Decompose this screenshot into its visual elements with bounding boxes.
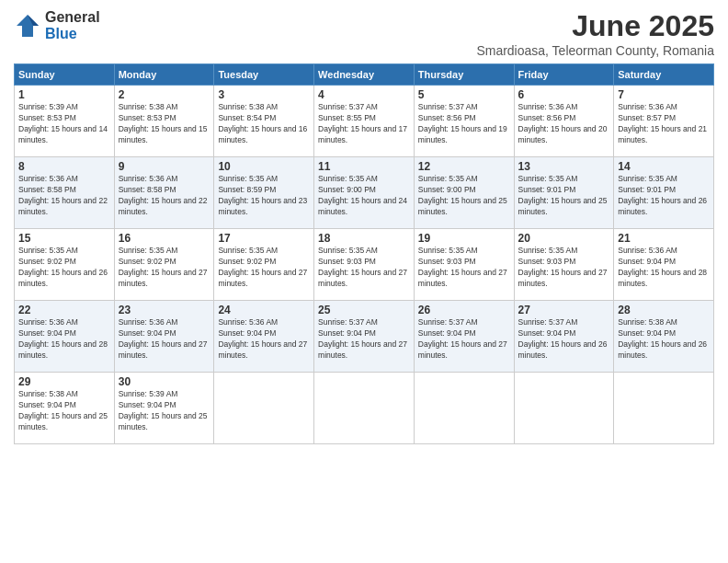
table-row: [514, 373, 614, 444]
header-wednesday: Wednesday: [314, 64, 415, 86]
table-row: 25Sunrise: 5:37 AMSunset: 9:04 PMDayligh…: [314, 301, 415, 373]
table-row: 18Sunrise: 5:35 AMSunset: 9:03 PMDayligh…: [314, 229, 415, 301]
header: General Blue June 2025 Smardioasa, Teleo…: [14, 9, 714, 58]
table-row: 5Sunrise: 5:37 AMSunset: 8:56 PMDaylight…: [414, 86, 514, 157]
table-row: 17Sunrise: 5:35 AMSunset: 9:02 PMDayligh…: [214, 229, 314, 301]
logo-blue-text: Blue: [45, 26, 100, 42]
calendar-week-1: 1Sunrise: 5:39 AMSunset: 8:53 PMDaylight…: [15, 86, 714, 157]
calendar-header-row: Sunday Monday Tuesday Wednesday Thursday…: [15, 64, 714, 86]
table-row: 9Sunrise: 5:36 AMSunset: 8:58 PMDaylight…: [114, 157, 214, 229]
table-row: 1Sunrise: 5:39 AMSunset: 8:53 PMDaylight…: [15, 86, 115, 157]
logo-icon: [14, 12, 41, 40]
table-row: 27Sunrise: 5:37 AMSunset: 9:04 PMDayligh…: [514, 301, 614, 373]
table-row: 13Sunrise: 5:35 AMSunset: 9:01 PMDayligh…: [514, 157, 614, 229]
table-row: 8Sunrise: 5:36 AMSunset: 8:58 PMDaylight…: [15, 157, 115, 229]
logo-general-text: General: [45, 9, 100, 26]
calendar-week-5: 29Sunrise: 5:38 AMSunset: 9:04 PMDayligh…: [15, 373, 714, 444]
table-row: [614, 373, 714, 444]
title-section: June 2025 Smardioasa, Teleorman County, …: [476, 9, 714, 58]
header-thursday: Thursday: [414, 64, 514, 86]
calendar-week-2: 8Sunrise: 5:36 AMSunset: 8:58 PMDaylight…: [15, 157, 714, 229]
month-title: June 2025: [476, 9, 714, 43]
table-row: 26Sunrise: 5:37 AMSunset: 9:04 PMDayligh…: [414, 301, 514, 373]
calendar-week-4: 22Sunrise: 5:36 AMSunset: 9:04 PMDayligh…: [15, 301, 714, 373]
header-monday: Monday: [114, 64, 214, 86]
table-row: 3Sunrise: 5:38 AMSunset: 8:54 PMDaylight…: [214, 86, 314, 157]
table-row: 10Sunrise: 5:35 AMSunset: 8:59 PMDayligh…: [214, 157, 314, 229]
table-row: 7Sunrise: 5:36 AMSunset: 8:57 PMDaylight…: [614, 86, 714, 157]
table-row: 24Sunrise: 5:36 AMSunset: 9:04 PMDayligh…: [214, 301, 314, 373]
table-row: 11Sunrise: 5:35 AMSunset: 9:00 PMDayligh…: [314, 157, 415, 229]
logo: General Blue: [14, 9, 100, 41]
table-row: 19Sunrise: 5:35 AMSunset: 9:03 PMDayligh…: [414, 229, 514, 301]
page: General Blue June 2025 Smardioasa, Teleo…: [0, 0, 728, 563]
table-row: 15Sunrise: 5:35 AMSunset: 9:02 PMDayligh…: [15, 229, 115, 301]
table-row: 30Sunrise: 5:39 AMSunset: 9:04 PMDayligh…: [114, 373, 214, 444]
header-saturday: Saturday: [614, 64, 714, 86]
table-row: 4Sunrise: 5:37 AMSunset: 8:55 PMDaylight…: [314, 86, 415, 157]
header-tuesday: Tuesday: [214, 64, 314, 86]
logo-text: General Blue: [45, 9, 100, 41]
location: Smardioasa, Teleorman County, Romania: [476, 43, 714, 58]
calendar-table: Sunday Monday Tuesday Wednesday Thursday…: [14, 63, 714, 444]
table-row: 23Sunrise: 5:36 AMSunset: 9:04 PMDayligh…: [114, 301, 214, 373]
table-row: [314, 373, 415, 444]
table-row: 21Sunrise: 5:36 AMSunset: 9:04 PMDayligh…: [614, 229, 714, 301]
table-row: 22Sunrise: 5:36 AMSunset: 9:04 PMDayligh…: [15, 301, 115, 373]
calendar-week-3: 15Sunrise: 5:35 AMSunset: 9:02 PMDayligh…: [15, 229, 714, 301]
table-row: 12Sunrise: 5:35 AMSunset: 9:00 PMDayligh…: [414, 157, 514, 229]
table-row: 16Sunrise: 5:35 AMSunset: 9:02 PMDayligh…: [114, 229, 214, 301]
table-row: [214, 373, 314, 444]
table-row: 2Sunrise: 5:38 AMSunset: 8:53 PMDaylight…: [114, 86, 214, 157]
header-sunday: Sunday: [15, 64, 115, 86]
header-friday: Friday: [514, 64, 614, 86]
table-row: 28Sunrise: 5:38 AMSunset: 9:04 PMDayligh…: [614, 301, 714, 373]
table-row: [414, 373, 514, 444]
table-row: 6Sunrise: 5:36 AMSunset: 8:56 PMDaylight…: [514, 86, 614, 157]
table-row: 20Sunrise: 5:35 AMSunset: 9:03 PMDayligh…: [514, 229, 614, 301]
table-row: 14Sunrise: 5:35 AMSunset: 9:01 PMDayligh…: [614, 157, 714, 229]
table-row: 29Sunrise: 5:38 AMSunset: 9:04 PMDayligh…: [15, 373, 115, 444]
